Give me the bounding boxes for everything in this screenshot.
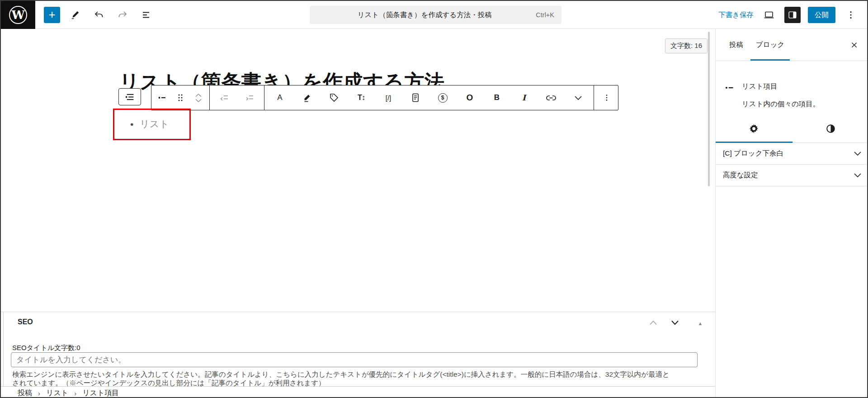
tab-block-styles[interactable] xyxy=(793,115,868,142)
redo-icon xyxy=(117,10,128,20)
indent-button[interactable] xyxy=(237,85,262,110)
outdent-button[interactable] xyxy=(212,85,237,110)
highlight-button[interactable] xyxy=(293,85,321,110)
shortcode-button[interactable]: [/] xyxy=(375,85,402,110)
document-title: リスト（箇条書き）を作成する方法・投稿 xyxy=(317,10,532,20)
text-size-button[interactable]: T↕ xyxy=(348,85,375,110)
block-card-title: リスト項目 xyxy=(742,82,820,91)
list-item-icon xyxy=(157,92,168,103)
link-icon xyxy=(545,93,557,103)
block-controls-group xyxy=(151,85,210,110)
list-item-row: • リスト xyxy=(130,118,169,130)
triangle-up-icon: ▲ xyxy=(698,321,703,326)
breadcrumb-item-post[interactable]: 投稿 xyxy=(18,389,32,398)
chevron-up-icon xyxy=(649,320,658,326)
highlighter-icon xyxy=(302,93,312,103)
bold-button[interactable]: B xyxy=(483,85,510,110)
chevron-down-icon xyxy=(670,320,679,326)
panel-block-bottom-margin[interactable]: [C] ブロック下余白 xyxy=(716,143,868,165)
chevron-down-icon xyxy=(854,173,862,178)
outdent-icon xyxy=(219,93,229,102)
wordpress-logo-icon: W xyxy=(9,6,27,24)
italic-button[interactable]: I xyxy=(510,85,538,110)
font-color-button[interactable]: A xyxy=(266,85,293,110)
save-draft-button[interactable]: 下書き保存 xyxy=(718,10,754,20)
circle-o-button[interactable]: O xyxy=(456,85,483,110)
breadcrumb-item-list-item[interactable]: リスト項目 xyxy=(82,389,119,398)
tab-post[interactable]: 投稿 xyxy=(723,29,750,61)
block-card-text: リスト項目 リスト内の個々の項目。 xyxy=(742,82,820,109)
memo-button[interactable] xyxy=(402,85,429,110)
panel-label: 高度な設定 xyxy=(723,171,758,180)
block-card: リスト項目 リスト内の個々の項目。 xyxy=(716,61,868,115)
breadcrumb-separator: › xyxy=(38,389,40,397)
format-controls-group: A T↕ [/] xyxy=(264,85,594,110)
command-palette[interactable]: リスト（箇条書き）を作成する方法・投稿 Ctrl+K xyxy=(310,6,561,24)
dollar-circle-icon: $ xyxy=(438,93,448,103)
kebab-icon xyxy=(602,92,611,103)
kebab-icon xyxy=(846,9,856,20)
tab-block-settings[interactable] xyxy=(716,115,793,142)
topbar-actions: 下書き保存 公開 xyxy=(718,1,859,29)
seo-title-count-label: SEOタイトル文字数:0 xyxy=(12,344,80,352)
document-lines-icon xyxy=(410,93,420,103)
move-up-down-icons xyxy=(195,93,202,103)
sidebar-toggle-button[interactable] xyxy=(784,7,801,23)
editor-tools: + xyxy=(44,1,154,29)
chevron-down-icon xyxy=(854,151,862,156)
indent-controls-group xyxy=(210,85,264,110)
publish-button[interactable]: 公開 xyxy=(808,7,835,23)
tag-button[interactable] xyxy=(321,85,348,110)
preview-button[interactable] xyxy=(761,7,777,23)
undo-icon xyxy=(94,10,104,20)
char-count-badge: 文字数: 16 xyxy=(665,38,708,53)
plus-icon: + xyxy=(48,9,55,20)
collapse-panel-button[interactable] xyxy=(668,317,682,328)
seo-description-line2: されています。（※ページやインデックスの見出し部分には「記事のタイトル」が利用さ… xyxy=(12,379,706,387)
top-toolbar: W + xyxy=(1,1,867,29)
list-view-button[interactable] xyxy=(138,7,154,23)
link-button[interactable] xyxy=(538,85,565,110)
letter-o-icon: O xyxy=(467,93,473,103)
drag-handle[interactable] xyxy=(171,85,189,110)
list-item-icon xyxy=(724,82,737,109)
sort-toggle-button[interactable]: ▲ xyxy=(693,317,707,329)
half-circle-icon xyxy=(826,123,836,134)
sponsored-link-button[interactable]: $ xyxy=(429,85,456,110)
block-toolbar: A T↕ [/] xyxy=(151,85,618,110)
shortcode-icon: [/] xyxy=(386,94,392,102)
move-block-buttons[interactable] xyxy=(189,85,208,110)
move-panel-up-button[interactable] xyxy=(646,317,660,328)
wordpress-editor-window: W + xyxy=(0,0,868,398)
block-options-button[interactable] xyxy=(594,85,619,110)
list-item-text[interactable]: リスト xyxy=(140,118,169,130)
redo-button[interactable] xyxy=(114,7,131,23)
tab-block[interactable]: ブロック xyxy=(750,29,791,61)
close-sidebar-button[interactable] xyxy=(846,37,862,52)
select-list-parent-button[interactable] xyxy=(118,88,141,105)
tools-button[interactable] xyxy=(67,7,84,23)
undo-button[interactable] xyxy=(91,7,107,23)
panel-label: [C] ブロック下余白 xyxy=(723,149,783,158)
indent-icon xyxy=(245,93,255,102)
editor-scrollbar[interactable] xyxy=(708,32,710,186)
breadcrumb-item-list[interactable]: リスト xyxy=(46,389,68,398)
breadcrumb-separator: › xyxy=(74,389,76,397)
pencil-icon xyxy=(71,10,80,20)
block-inspector-tabs xyxy=(716,115,868,143)
seo-heading: SEO xyxy=(18,318,33,326)
bullet-icon: • xyxy=(130,119,133,129)
block-inserter-button[interactable]: + xyxy=(44,7,60,23)
close-icon xyxy=(850,41,858,49)
list-item-block-button[interactable] xyxy=(153,85,171,110)
list-block-icon xyxy=(124,91,136,103)
sidebar-tabs: 投稿 ブロック xyxy=(716,29,868,61)
seo-title-input[interactable] xyxy=(11,352,698,367)
block-options-group xyxy=(594,85,619,110)
wordpress-menu-button[interactable]: W xyxy=(1,1,35,29)
list-view-icon xyxy=(141,10,151,20)
options-menu-button[interactable] xyxy=(843,7,859,23)
panel-advanced-settings[interactable]: 高度な設定 xyxy=(716,165,868,186)
seo-description-line1: 検索エンジンに表示させたいタイトルを入力してください。記事のタイトルより、こちら… xyxy=(12,370,706,379)
more-formats-button[interactable] xyxy=(565,85,592,110)
